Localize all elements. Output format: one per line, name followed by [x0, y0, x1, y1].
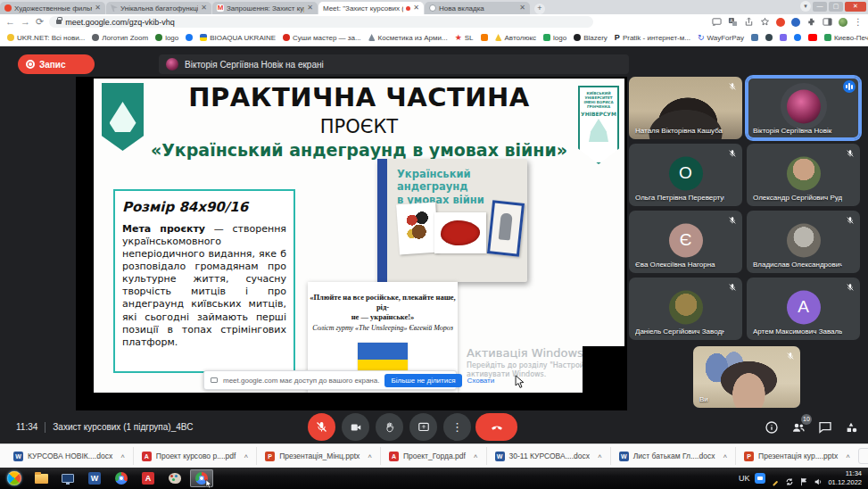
bookmark-youtube[interactable] [808, 34, 817, 41]
chevron-up-icon[interactable]: ˄ [723, 452, 727, 460]
address-bar[interactable]: meet.google.com/gzq-vkib-vhq [49, 16, 593, 28]
bookmark-logo[interactable]: logo [155, 34, 178, 42]
maximize-button[interactable]: ▢ [829, 2, 843, 12]
back-icon[interactable]: ← [5, 17, 15, 27]
chrome-button[interactable] [110, 469, 133, 487]
download-item[interactable]: W30-11 КУРСОВА....docx˄ [487, 447, 611, 465]
bookmark-star[interactable]: ★SL [455, 33, 474, 42]
chevron-up-icon[interactable]: ˄ [120, 452, 125, 460]
tab-close-icon[interactable]: ✕ [307, 4, 313, 12]
tab-meet-active[interactable]: Meet: "Захист курсових (1 п ✕ [318, 2, 424, 14]
self-view-tile[interactable]: Ви [693, 346, 800, 408]
acrobat-button[interactable]: A [136, 469, 160, 487]
chevron-up-icon[interactable]: ˄ [368, 452, 372, 460]
bookmark-bioaqua[interactable]: BIOAQUA UKRAINE [200, 34, 276, 42]
forward-icon[interactable]: → [21, 17, 30, 27]
participant-tile-rudnyk[interactable]: Олександр Сергійович Рудн... [747, 144, 860, 206]
bookmark-pratik[interactable]: PPratik - интернет-м... [615, 33, 690, 42]
mic-button[interactable] [308, 413, 335, 441]
bookmark-sushi[interactable]: Суши мастер — за... [283, 34, 361, 42]
tab-unikalna[interactable]: Унікальна багатофункціональн ✕ [106, 2, 211, 14]
profile-avatar[interactable] [839, 18, 847, 27]
stop-sharing-button[interactable]: Більше не ділитися [384, 374, 461, 387]
more-options-button[interactable]: ⋮ [443, 413, 471, 441]
tab-close-icon[interactable]: ✕ [95, 4, 101, 12]
participant-tile-kashuba[interactable]: Наталя Вікторівна Кашуба [629, 77, 742, 139]
chrome-menu-icon[interactable]: ⋮ [854, 18, 863, 27]
download-item[interactable]: WКУРСОВА НОВІК....docx˄ [5, 447, 134, 465]
participant-tile-zavalnyi[interactable]: А Артем Максимович Завальн... [747, 278, 860, 340]
flag-tray-icon[interactable] [799, 474, 808, 483]
participants-icon[interactable]: 10 [791, 420, 806, 435]
side-panel-icon[interactable] [823, 17, 832, 27]
chevron-up-icon[interactable]: ˄ [474, 452, 478, 460]
bookmark-orange[interactable] [481, 34, 488, 41]
taskbar-clock[interactable]: 11:34 01.12.2022 [828, 469, 862, 487]
present-button[interactable] [409, 413, 437, 441]
pencil-tray-icon[interactable] [771, 474, 780, 483]
show-all-downloads-button[interactable]: Показати всі [858, 448, 868, 464]
bookmark-blazery[interactable]: Blazery [574, 34, 608, 42]
participant-tile-novik[interactable]: Вікторія Сергіївна Новік [747, 77, 860, 139]
reload-icon[interactable]: ⟳ [36, 17, 44, 27]
bookmark-fb2[interactable] [794, 34, 801, 41]
chevron-up-icon[interactable]: ˄ [598, 452, 602, 460]
tab-films[interactable]: Художественные фильмы про ✕ [0, 2, 105, 14]
tab-search-chevron-icon[interactable]: ▾ [800, 1, 811, 12]
participant-tile-nahorna[interactable]: Є Єва Олексіївна Нагорна [629, 211, 742, 273]
info-icon[interactable] [765, 420, 779, 435]
participant-tile-vladyslav[interactable]: Владислав Олександрович Г... [747, 211, 860, 273]
tab-close-icon[interactable]: ✕ [201, 4, 207, 12]
chat-icon[interactable] [818, 420, 832, 435]
tab-close-icon[interactable]: ✕ [519, 4, 525, 12]
hide-button[interactable]: Сховати [467, 377, 495, 385]
tab-gmail-invite[interactable]: M Запрошення: Захист курсових ( ✕ [212, 2, 318, 14]
download-item[interactable]: AПроект_Горда.pdf˄ [381, 447, 487, 465]
bookmark-wayforpay[interactable]: ↻WayForPay [698, 33, 744, 42]
download-item[interactable]: PПрезентація кур....pptx˄ [736, 447, 858, 465]
bookmark-dark[interactable] [765, 34, 773, 41]
bookmark-vk[interactable] [751, 34, 758, 41]
download-item[interactable]: PПрезентація_Мінц.pptx˄ [257, 447, 381, 465]
extensions-puzzle-icon[interactable] [806, 17, 816, 27]
volume-tray-icon[interactable] [814, 474, 823, 483]
chrome-active-button[interactable] [190, 469, 213, 487]
sync-tray-icon[interactable] [785, 474, 794, 483]
bookmark-star-icon[interactable] [760, 17, 770, 27]
tab-new[interactable]: Нова вкладка ✕ [425, 2, 530, 14]
chevron-up-icon[interactable]: ˄ [244, 452, 248, 460]
participant-tile-zavodnyi[interactable]: Даніель Сергійович Заводний [629, 278, 742, 340]
download-item[interactable]: WЛист батькам Гл....docx˄ [611, 447, 736, 465]
explorer-button[interactable] [29, 469, 53, 487]
bookmark-ukrnet[interactable]: UKR.NET: Всі нови... [7, 34, 85, 42]
bookmark-zoom[interactable]: Логотип Zoom [92, 34, 148, 42]
word-button[interactable]: W [83, 469, 106, 487]
download-item[interactable]: AПроект курсово р....pdf˄ [134, 447, 257, 465]
paint-button[interactable] [163, 469, 186, 487]
share-icon[interactable] [744, 17, 754, 27]
chevron-up-icon[interactable]: ˄ [846, 452, 850, 460]
language-indicator[interactable]: UK [739, 474, 750, 483]
zoom-tray-icon[interactable] [755, 473, 765, 484]
bookmark-avtolux[interactable]: Автолюкс [495, 34, 537, 42]
activities-icon[interactable] [845, 420, 859, 435]
display-settings-button[interactable] [56, 469, 79, 487]
extension-red-icon[interactable] [776, 18, 785, 27]
bookmark-logo2[interactable]: logo [543, 34, 566, 42]
participant-tile-perevertun[interactable]: О Ольга Петрівна Перевертун [629, 144, 742, 206]
camera-button[interactable] [342, 413, 369, 441]
bookmark-kosmetika[interactable]: Косметика из Арми... [368, 34, 448, 42]
end-call-button[interactable] [475, 413, 517, 441]
close-button[interactable]: ✕ [845, 2, 866, 12]
cast-icon[interactable] [712, 17, 722, 27]
raise-hand-button[interactable] [376, 413, 403, 441]
bookmark-lavra[interactable]: Киево-Печерская... [824, 34, 868, 42]
translate-icon[interactable]: A [728, 17, 738, 27]
bookmark-zoom-app[interactable] [780, 34, 787, 41]
tab-close-icon[interactable]: ✕ [413, 4, 419, 12]
bookmark-facebook[interactable] [186, 34, 193, 41]
new-tab-button[interactable]: + [534, 4, 545, 14]
minimize-button[interactable]: — [813, 2, 827, 12]
extension-blue-icon[interactable] [791, 18, 800, 27]
start-button[interactable] [3, 469, 26, 487]
